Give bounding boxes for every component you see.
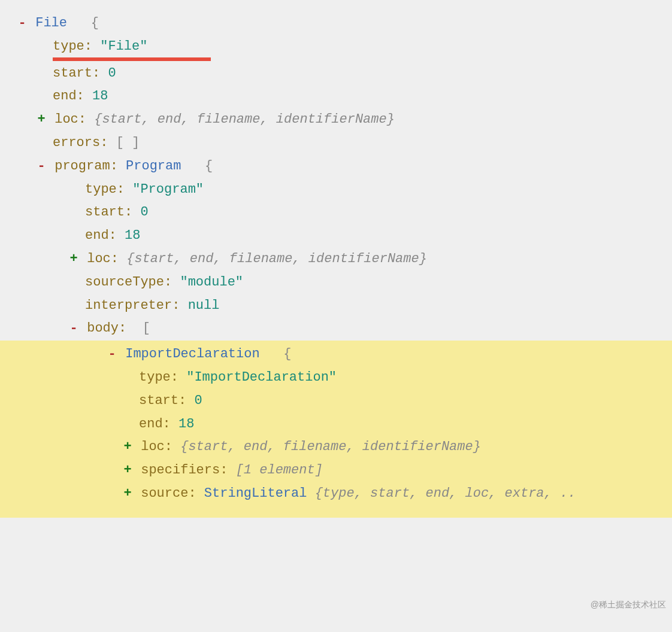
prop-import-start[interactable]: start: 0 [0, 390, 672, 413]
prop-key: end [85, 228, 109, 243]
open-brace: { [205, 159, 213, 174]
prop-key: loc [87, 251, 111, 266]
prop-key: type [53, 39, 84, 54]
prop-value: 18 [125, 228, 140, 243]
prop-interpreter[interactable]: interpreter: null [0, 294, 672, 318]
prop-summary: {start, end, filename, identifierName} [126, 251, 427, 266]
prop-value: 0 [140, 205, 148, 220]
prop-key: errors [53, 135, 100, 150]
collapse-icon[interactable]: - [107, 345, 117, 364]
prop-value: 0 [108, 66, 116, 81]
prop-summary: {start, end, filename, identifierName} [94, 112, 395, 127]
prop-key: body [87, 321, 119, 336]
prop-program[interactable]: - program: Program { [0, 155, 672, 178]
open-bracket: [ [143, 321, 150, 336]
prop-import-type[interactable]: type: "ImportDeclaration" [0, 366, 672, 390]
prop-key: sourceType [85, 275, 164, 290]
prop-summary: [1 element] [236, 463, 323, 478]
prop-end[interactable]: end: 18 [0, 85, 672, 108]
highlighted-node: - ImportDeclaration { type: "ImportDecla… [0, 341, 672, 518]
prop-import-end[interactable]: end: 18 [0, 413, 672, 436]
prop-key: start [85, 205, 125, 220]
collapse-icon[interactable]: - [17, 14, 28, 33]
node-typename: StringLiteral [204, 486, 307, 501]
prop-value: "Program" [132, 182, 204, 197]
prop-summary: {type, start, end, loc, extra, .. [315, 486, 576, 501]
prop-specifiers[interactable]: + specifiers: [1 element] [0, 459, 672, 482]
prop-key: loc [141, 439, 165, 454]
expand-icon[interactable]: + [36, 111, 47, 129]
prop-key: program [55, 159, 110, 174]
prop-key: start [53, 66, 92, 81]
open-brace: { [91, 16, 99, 31]
prop-key: specifiers [141, 463, 220, 478]
prop-import-loc[interactable]: + loc: {start, end, filename, identifier… [0, 436, 672, 459]
prop-key: interpreter [85, 298, 172, 313]
prop-program-type[interactable]: type: "Program" [0, 178, 672, 202]
collapse-icon[interactable]: - [36, 157, 47, 176]
node-file[interactable]: - File { [0, 12, 672, 35]
prop-key: type [139, 370, 171, 385]
prop-value: [ ] [116, 135, 140, 150]
prop-value: null [188, 298, 220, 313]
prop-summary: {start, end, filename, identifierName} [180, 439, 481, 454]
prop-errors[interactable]: errors: [ ] [0, 132, 672, 155]
prop-source[interactable]: + source: StringLiteral {type, start, en… [0, 482, 672, 506]
prop-value: "File" [100, 39, 147, 54]
prop-key: type [85, 182, 117, 197]
collapse-icon[interactable]: - [68, 320, 79, 338]
prop-key: end [139, 417, 163, 432]
prop-program-end[interactable]: end: 18 [0, 224, 672, 248]
prop-key: start [139, 393, 178, 408]
open-brace: { [283, 347, 291, 361]
ast-viewer: - File { type: "File" start: 0 end: 18 +… [0, 0, 672, 518]
prop-program-loc[interactable]: + loc: {start, end, filename, identifier… [0, 248, 672, 271]
prop-key: end [53, 89, 77, 104]
node-importdeclaration[interactable]: - ImportDeclaration { [0, 343, 672, 366]
prop-value: 18 [92, 89, 108, 104]
prop-key: source [141, 486, 188, 501]
prop-value: "module" [180, 275, 243, 290]
node-typename: Program [126, 159, 181, 174]
node-typename: ImportDeclaration [125, 347, 259, 361]
prop-loc[interactable]: + loc: {start, end, filename, identifier… [0, 108, 672, 132]
expand-icon[interactable]: + [68, 250, 79, 269]
prop-sourcetype[interactable]: sourceType: "module" [0, 271, 672, 294]
prop-start[interactable]: start: 0 [0, 62, 672, 86]
expand-icon[interactable]: + [122, 438, 133, 457]
prop-program-start[interactable]: start: 0 [0, 201, 672, 224]
prop-value: "ImportDeclaration" [186, 370, 337, 385]
prop-value: 0 [194, 393, 202, 408]
prop-body[interactable]: - body: [ [0, 317, 672, 341]
prop-value: 18 [178, 417, 194, 432]
prop-key: loc [55, 112, 78, 127]
expand-icon[interactable]: + [122, 485, 133, 503]
node-typename: File [35, 16, 67, 31]
prop-type[interactable]: type: "File" [0, 35, 672, 62]
expand-icon[interactable]: + [122, 461, 133, 480]
